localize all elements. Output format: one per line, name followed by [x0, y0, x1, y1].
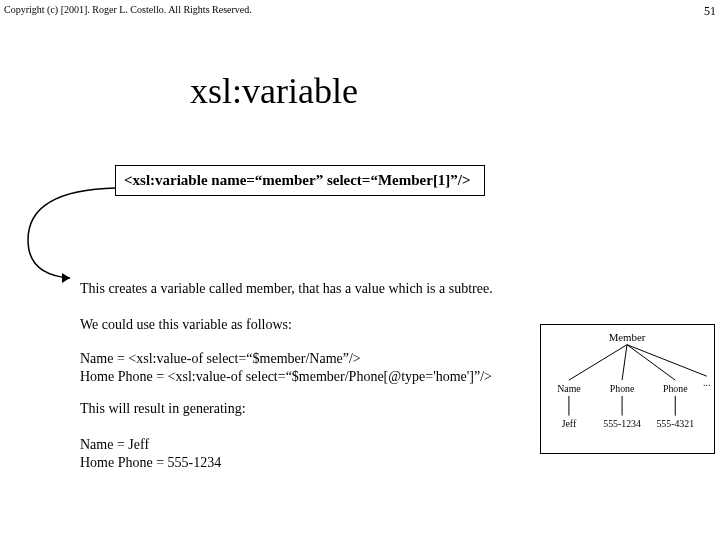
slide-title: xsl:variable: [190, 70, 358, 112]
code-line-2: Home Phone = <xsl:value-of select=“$memb…: [80, 368, 492, 386]
result-home: Home Phone = 555-1234: [80, 454, 221, 472]
code-box: <xsl:variable name=“member” select=“Memb…: [115, 165, 485, 196]
tree-phone1-label: Phone: [610, 383, 635, 394]
tree-5554321-label: 555-4321: [656, 418, 694, 429]
result-intro: This will result in generating:: [80, 400, 246, 418]
tree-ellipsis: ...: [703, 377, 710, 388]
tree-5551234-label: 555-1234: [603, 418, 641, 429]
tree-root-label: Member: [609, 331, 646, 343]
curved-arrow: [8, 180, 128, 290]
tree-jeff-label: Jeff: [562, 418, 577, 429]
page-number: 51: [704, 4, 716, 19]
tree-name-label: Name: [557, 383, 581, 394]
explain-creates: This creates a variable called member, t…: [80, 280, 493, 298]
tree-diagram: Member Name Phone Phone ... Jeff 555-123…: [540, 324, 715, 454]
tree-phone2-label: Phone: [663, 383, 688, 394]
svg-line-1: [569, 345, 627, 380]
svg-line-4: [627, 345, 707, 377]
copyright-text: Copyright (c) [2001]. Roger L. Costello.…: [4, 4, 252, 15]
code-line-1: Name = <xsl:value-of select=“$member/Nam…: [80, 350, 361, 368]
svg-marker-0: [62, 273, 70, 283]
result-name: Name = Jeff: [80, 436, 149, 454]
svg-line-3: [627, 345, 675, 380]
explain-usage: We could use this variable as follows:: [80, 316, 292, 334]
svg-line-2: [622, 345, 627, 380]
